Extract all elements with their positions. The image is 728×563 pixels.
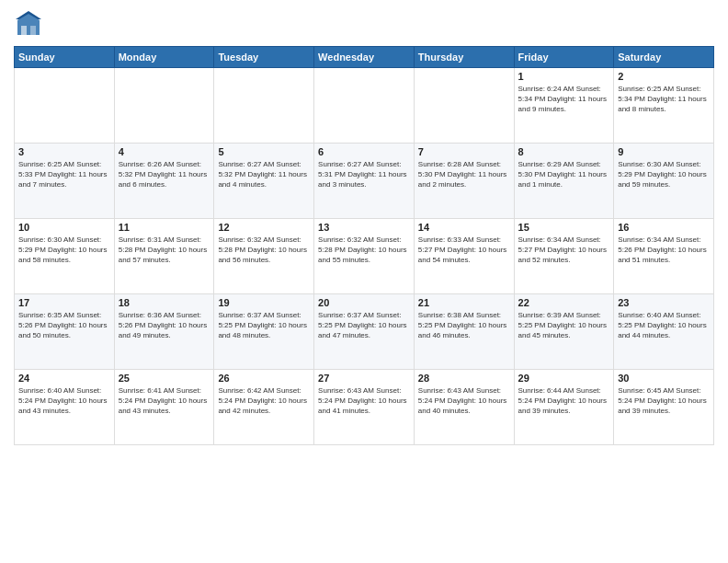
weekday-header-saturday: Saturday	[614, 47, 714, 68]
day-info: Sunrise: 6:33 AM Sunset: 5:27 PM Dayligh…	[418, 235, 510, 266]
day-info: Sunrise: 6:24 AM Sunset: 5:34 PM Dayligh…	[518, 84, 610, 115]
day-info: Sunrise: 6:43 AM Sunset: 5:24 PM Dayligh…	[318, 385, 410, 417]
calendar-cell: 20Sunrise: 6:37 AM Sunset: 5:25 PM Dayli…	[314, 294, 415, 370]
calendar-week-row: 3Sunrise: 6:25 AM Sunset: 5:33 PM Daylig…	[15, 144, 714, 219]
logo	[14, 9, 43, 39]
calendar-cell: 1Sunrise: 6:24 AM Sunset: 5:34 PM Daylig…	[514, 68, 614, 144]
day-info: Sunrise: 6:27 AM Sunset: 5:32 PM Dayligh…	[218, 159, 310, 190]
day-info: Sunrise: 6:30 AM Sunset: 5:29 PM Dayligh…	[618, 159, 710, 190]
calendar-cell	[414, 68, 514, 144]
calendar-cell: 19Sunrise: 6:37 AM Sunset: 5:25 PM Dayli…	[214, 294, 314, 370]
calendar-cell: 23Sunrise: 6:40 AM Sunset: 5:25 PM Dayli…	[614, 294, 714, 370]
day-info: Sunrise: 6:40 AM Sunset: 5:25 PM Dayligh…	[618, 310, 710, 341]
calendar-cell: 2Sunrise: 6:25 AM Sunset: 5:34 PM Daylig…	[614, 68, 714, 144]
day-number: 7	[418, 146, 510, 157]
day-number: 21	[418, 297, 510, 308]
calendar-cell: 27Sunrise: 6:43 AM Sunset: 5:24 PM Dayli…	[314, 370, 415, 445]
day-number: 1	[518, 71, 610, 82]
svg-rect-3	[30, 26, 36, 35]
weekday-header-friday: Friday	[514, 47, 614, 68]
day-number: 11	[119, 222, 210, 233]
calendar-cell: 15Sunrise: 6:34 AM Sunset: 5:27 PM Dayli…	[514, 219, 614, 294]
day-number: 22	[518, 297, 610, 308]
day-number: 8	[518, 146, 610, 157]
day-info: Sunrise: 6:43 AM Sunset: 5:24 PM Dayligh…	[418, 385, 510, 417]
day-number: 3	[18, 146, 110, 157]
calendar-cell: 6Sunrise: 6:27 AM Sunset: 5:31 PM Daylig…	[314, 144, 415, 219]
calendar-cell: 25Sunrise: 6:41 AM Sunset: 5:24 PM Dayli…	[114, 370, 214, 445]
weekday-header-row: SundayMondayTuesdayWednesdayThursdayFrid…	[15, 47, 714, 68]
calendar-cell: 17Sunrise: 6:35 AM Sunset: 5:26 PM Dayli…	[15, 294, 115, 370]
day-info: Sunrise: 6:35 AM Sunset: 5:26 PM Dayligh…	[18, 310, 110, 341]
day-info: Sunrise: 6:28 AM Sunset: 5:30 PM Dayligh…	[418, 159, 510, 190]
day-number: 6	[318, 146, 410, 157]
calendar-cell: 28Sunrise: 6:43 AM Sunset: 5:24 PM Dayli…	[414, 370, 514, 445]
day-number: 24	[18, 373, 110, 384]
weekday-header-wednesday: Wednesday	[314, 47, 415, 68]
day-info: Sunrise: 6:26 AM Sunset: 5:32 PM Dayligh…	[119, 159, 210, 190]
day-number: 25	[119, 373, 210, 384]
day-number: 28	[418, 373, 510, 384]
day-number: 18	[119, 297, 210, 308]
day-number: 5	[218, 146, 310, 157]
logo-icon	[14, 9, 43, 39]
day-info: Sunrise: 6:45 AM Sunset: 5:24 PM Dayligh…	[618, 385, 710, 417]
day-info: Sunrise: 6:40 AM Sunset: 5:24 PM Dayligh…	[18, 385, 110, 417]
day-number: 12	[218, 222, 310, 233]
header	[14, 9, 714, 39]
calendar-week-row: 24Sunrise: 6:40 AM Sunset: 5:24 PM Dayli…	[15, 370, 714, 445]
day-info: Sunrise: 6:31 AM Sunset: 5:28 PM Dayligh…	[119, 235, 210, 266]
calendar-cell	[214, 68, 314, 144]
day-number: 23	[618, 297, 710, 308]
calendar-cell: 9Sunrise: 6:30 AM Sunset: 5:29 PM Daylig…	[614, 144, 714, 219]
calendar-cell: 22Sunrise: 6:39 AM Sunset: 5:25 PM Dayli…	[514, 294, 614, 370]
calendar-cell	[15, 68, 115, 144]
svg-rect-2	[21, 26, 27, 35]
day-number: 17	[18, 297, 110, 308]
day-info: Sunrise: 6:32 AM Sunset: 5:28 PM Dayligh…	[218, 235, 310, 266]
calendar-cell: 14Sunrise: 6:33 AM Sunset: 5:27 PM Dayli…	[414, 219, 514, 294]
calendar-cell: 7Sunrise: 6:28 AM Sunset: 5:30 PM Daylig…	[414, 144, 514, 219]
calendar-cell: 29Sunrise: 6:44 AM Sunset: 5:24 PM Dayli…	[514, 370, 614, 445]
day-number: 30	[618, 373, 710, 384]
calendar-cell	[314, 68, 415, 144]
day-info: Sunrise: 6:34 AM Sunset: 5:27 PM Dayligh…	[518, 235, 610, 266]
day-number: 27	[318, 373, 410, 384]
day-number: 15	[518, 222, 610, 233]
day-info: Sunrise: 6:32 AM Sunset: 5:28 PM Dayligh…	[318, 235, 410, 266]
calendar-cell	[114, 68, 214, 144]
day-info: Sunrise: 6:25 AM Sunset: 5:34 PM Dayligh…	[618, 84, 710, 115]
day-info: Sunrise: 6:37 AM Sunset: 5:25 PM Dayligh…	[318, 310, 410, 341]
day-number: 19	[218, 297, 310, 308]
weekday-header-sunday: Sunday	[15, 47, 115, 68]
weekday-header-monday: Monday	[114, 47, 214, 68]
calendar-week-row: 1Sunrise: 6:24 AM Sunset: 5:34 PM Daylig…	[15, 68, 714, 144]
day-number: 10	[18, 222, 110, 233]
calendar-cell: 12Sunrise: 6:32 AM Sunset: 5:28 PM Dayli…	[214, 219, 314, 294]
day-info: Sunrise: 6:34 AM Sunset: 5:26 PM Dayligh…	[618, 235, 710, 266]
day-number: 14	[418, 222, 510, 233]
calendar-cell: 24Sunrise: 6:40 AM Sunset: 5:24 PM Dayli…	[15, 370, 115, 445]
day-info: Sunrise: 6:25 AM Sunset: 5:33 PM Dayligh…	[18, 159, 110, 190]
day-number: 4	[119, 146, 210, 157]
calendar-week-row: 10Sunrise: 6:30 AM Sunset: 5:29 PM Dayli…	[15, 219, 714, 294]
calendar-container: SundayMondayTuesdayWednesdayThursdayFrid…	[0, 0, 728, 450]
day-info: Sunrise: 6:39 AM Sunset: 5:25 PM Dayligh…	[518, 310, 610, 341]
day-info: Sunrise: 6:37 AM Sunset: 5:25 PM Dayligh…	[218, 310, 310, 341]
calendar-cell: 16Sunrise: 6:34 AM Sunset: 5:26 PM Dayli…	[614, 219, 714, 294]
day-info: Sunrise: 6:27 AM Sunset: 5:31 PM Dayligh…	[318, 159, 410, 190]
day-info: Sunrise: 6:38 AM Sunset: 5:25 PM Dayligh…	[418, 310, 510, 341]
day-info: Sunrise: 6:42 AM Sunset: 5:24 PM Dayligh…	[218, 385, 310, 417]
calendar-cell: 10Sunrise: 6:30 AM Sunset: 5:29 PM Dayli…	[15, 219, 115, 294]
day-number: 26	[218, 373, 310, 384]
calendar-cell: 13Sunrise: 6:32 AM Sunset: 5:28 PM Dayli…	[314, 219, 415, 294]
calendar-cell: 30Sunrise: 6:45 AM Sunset: 5:24 PM Dayli…	[614, 370, 714, 445]
calendar-table: SundayMondayTuesdayWednesdayThursdayFrid…	[14, 46, 714, 445]
day-info: Sunrise: 6:44 AM Sunset: 5:24 PM Dayligh…	[518, 385, 610, 417]
day-number: 2	[618, 71, 710, 82]
calendar-cell: 18Sunrise: 6:36 AM Sunset: 5:26 PM Dayli…	[114, 294, 214, 370]
calendar-cell: 11Sunrise: 6:31 AM Sunset: 5:28 PM Dayli…	[114, 219, 214, 294]
weekday-header-thursday: Thursday	[414, 47, 514, 68]
day-number: 9	[618, 146, 710, 157]
calendar-cell: 3Sunrise: 6:25 AM Sunset: 5:33 PM Daylig…	[15, 144, 115, 219]
